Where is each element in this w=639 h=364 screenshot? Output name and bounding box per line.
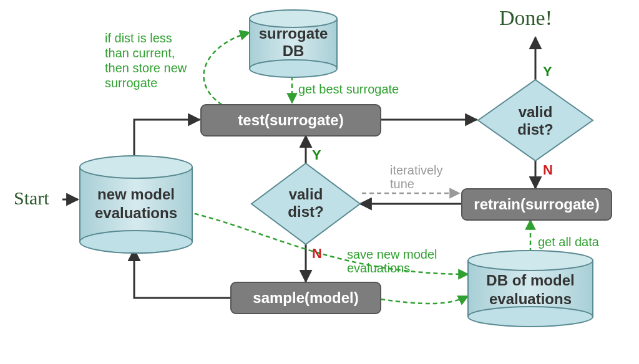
cylinder-new-model-evaluations: new model evaluations — [80, 156, 192, 253]
retrain-surrogate-label: retrain(surrogate) — [474, 196, 599, 213]
label-y-center: Y — [312, 147, 321, 163]
svg-point-18 — [468, 251, 593, 271]
db-model-eval-label2: evaluations — [489, 290, 572, 307]
svg-point-17 — [468, 307, 593, 327]
done-label: Done! — [499, 6, 552, 29]
ann-store-1: if dist is less — [105, 31, 172, 45]
ann-save-2: evaluations — [347, 261, 410, 275]
decision-valid-dist-center: valid dist? — [251, 163, 360, 244]
new-model-eval-label2: evaluations — [95, 204, 177, 221]
label-n-right: N — [543, 162, 553, 178]
svg-point-14 — [80, 231, 192, 253]
new-model-eval-label1: new model — [97, 186, 175, 203]
svg-marker-25 — [478, 80, 593, 161]
process-test-surrogate: test(surrogate) — [201, 105, 381, 136]
ann-save-1: save new model — [347, 247, 437, 261]
decision-valid-dist-right: valid dist? — [478, 80, 593, 161]
ann-get-best: get best surrogate — [298, 82, 399, 96]
svg-text:dist?: dist? — [288, 203, 323, 220]
db-model-eval-label1: DB of model — [486, 272, 574, 289]
svg-point-15 — [80, 156, 192, 178]
ann-store-2: than current, — [105, 46, 175, 60]
ann-get-all: get all data — [538, 235, 600, 249]
surrogate-db-label1: surrogate — [259, 25, 328, 42]
test-surrogate-label: test(surrogate) — [238, 112, 343, 128]
cylinder-db-model-evaluations: DB of model evaluations — [468, 251, 593, 327]
ann-iter-1: iteratively — [390, 163, 442, 177]
start-label: Start — [14, 188, 49, 208]
ann-store-4: surrogate — [105, 76, 158, 90]
svg-text:valid: valid — [519, 103, 553, 120]
label-y-right: Y — [543, 64, 552, 79]
svg-text:valid: valid — [289, 186, 323, 203]
ann-iter-2: tune — [390, 177, 414, 191]
svg-text:dist?: dist? — [517, 121, 553, 138]
label-n-center: N — [312, 246, 322, 261]
process-sample-model: sample(model) — [231, 282, 381, 314]
cylinder-surrogate-db: surrogate DB — [250, 10, 337, 77]
sample-model-label: sample(model) — [253, 289, 358, 306]
surrogate-db-label2: DB — [283, 42, 305, 59]
process-retrain-surrogate: retrain(surrogate) — [462, 189, 612, 220]
svg-point-11 — [250, 60, 337, 77]
ann-store-3: then store new — [105, 61, 187, 75]
